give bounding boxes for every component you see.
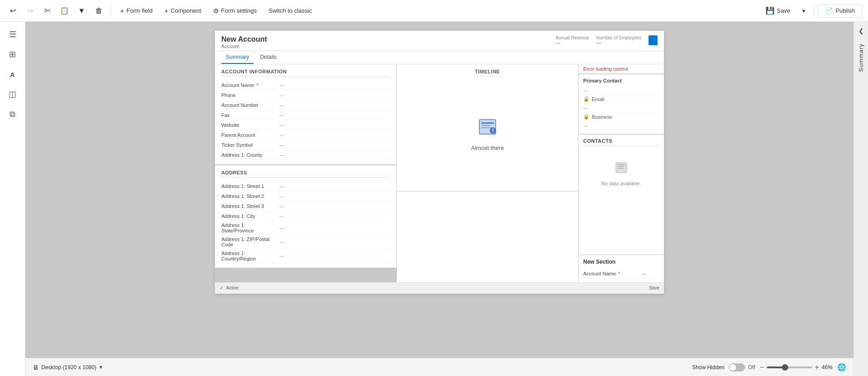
canvas-save-status: Save [649,285,659,290]
field-value-website: --- [279,122,284,128]
business-field-row: 🔒 Business [583,112,659,121]
canvas-active-label: Active [226,285,239,290]
form-settings-button[interactable]: ⚙ Form settings [209,5,262,17]
no-data-text: No data available. [601,181,641,186]
sidebar-components-icon[interactable]: ⧉ [4,105,22,123]
field-street2: Address 1: Street 2 --- [221,191,390,201]
timeline-content: Almost there [471,80,504,187]
form-field-button[interactable]: + Form field [116,4,157,17]
email-icon: 🔒 [583,96,590,102]
save-icon: 💾 [766,6,775,15]
field-street1: Address 1: Street 1 --- [221,181,390,191]
field-label-zip: Address 1: ZIP/Postal Code [221,236,276,247]
field-label-country: Address 1: Country/Region [221,251,276,261]
error-text: Error loading control [583,66,628,72]
svg-rect-1 [481,122,494,124]
switch-classic-button[interactable]: Switch to classic [264,5,316,17]
business-label: Business [592,114,612,120]
toolbar-right: 💾 Save ▼ 📄 Publish [760,4,863,18]
field-value-street3: --- [279,203,284,209]
new-section-required-star: * [618,271,620,276]
zoom-slider-thumb [782,364,788,371]
form-canvas-inner: New Account Account Annual Revenue --- N… [215,31,664,293]
field-label-street1: Address 1: Street 1 [221,183,276,189]
component-button[interactable]: + Component [160,4,206,17]
switch-classic-label: Switch to classic [268,7,312,14]
sidebar-layers-icon[interactable]: ◫ [4,85,22,103]
no-data-icon [614,160,629,178]
field-label-city: Address 1: City [221,213,276,219]
field-value-zip: --- [279,239,284,245]
field-state: Address 1: State/Province --- [221,221,390,235]
account-info-section: ACCOUNT INFORMATION Account Name * --- P… [215,64,396,164]
redo-button[interactable]: ↪ [23,4,37,18]
canvas-save-label: Save [649,285,659,290]
new-section: New Section Account Name * --- [579,255,664,282]
address-section: ADDRESS Address 1: Street 1 --- Address … [215,165,396,268]
field-label-address-county: Address 1: County [221,152,276,158]
svg-rect-10 [617,168,624,169]
field-country: Address 1: Country/Region --- [221,249,390,263]
left-column: ACCOUNT INFORMATION Account Name * --- P… [215,64,396,282]
field-label-street3: Address 1: Street 3 [221,203,276,209]
contacts-title: CONTACTS [583,138,659,146]
field-label-parent-account: Parent Account [221,132,276,138]
tab-details[interactable]: Details [255,51,281,64]
new-section-title: New Section [583,259,659,265]
copy-dropdown-button[interactable]: ▼ [74,4,89,18]
field-value-city: --- [279,213,284,219]
save-button[interactable]: 💾 Save [760,4,796,18]
publish-button[interactable]: 📄 Publish [818,4,863,18]
right-panel-close-button[interactable]: ❮ [854,22,868,40]
field-value-state: --- [279,225,284,231]
header-button-group[interactable]: ​ [649,35,658,45]
svg-rect-9 [617,166,624,167]
field-label-fax: Fax [221,112,276,118]
show-hidden-toggle[interactable]: Off [729,363,755,371]
form-body-grid: ACCOUNT INFORMATION Account Name * --- P… [215,64,664,282]
new-section-field-value: --- [641,271,646,276]
field-label-ticker-symbol: Ticker Symbol [221,142,276,148]
cut-button[interactable]: ✄ [40,4,54,18]
zoom-in-button[interactable]: + [815,363,819,371]
undo-button[interactable]: ↩ [5,4,20,18]
email-value: --- [583,105,588,111]
toggle-off-label: Off [748,364,755,371]
mid-empty-section [397,192,578,282]
main-canvas-area: New Account Account Annual Revenue --- N… [25,22,853,358]
tab-summary[interactable]: Summary [221,51,254,64]
business-icon: 🔒 [583,114,590,120]
save-label: Save [777,7,790,14]
delete-button[interactable]: 🗑 [92,4,106,18]
globe-icon[interactable]: 🌐 [837,363,846,371]
svg-rect-5 [493,129,493,131]
sidebar-dashboard-icon[interactable]: ⊞ [4,45,22,63]
desktop-selector[interactable]: 🖥 Desktop (1920 x 1080) ▼ [33,364,103,371]
email-field-row: 🔒 Email [583,95,659,104]
field-label-state: Address 1: State/Province [221,222,276,233]
primary-contact-section: Primary Contact --- 🔒 Email --- 🔒 [579,74,664,134]
monitor-icon: 🖥 [33,364,39,371]
employees-value: --- [596,40,641,45]
publish-label: Publish [835,7,855,14]
right-panel: ❮ Summary [853,22,868,376]
svg-rect-3 [481,127,492,128]
zoom-slider[interactable] [767,366,812,368]
form-canvas: New Account Account Annual Revenue --- N… [215,31,664,294]
right-panel-label[interactable]: Summary [858,43,864,72]
svg-rect-2 [481,125,490,126]
divider-2 [814,5,814,16]
timeline-section: Timeline [397,64,578,191]
toggle-track[interactable] [729,363,745,371]
copy-button[interactable]: 📋 [57,4,72,18]
zoom-out-button[interactable]: − [760,363,764,371]
business-value: --- [583,123,588,128]
field-ticker-symbol: Ticker Symbol --- [221,140,390,150]
toolbar: ↩ ↪ ✄ 📋 ▼ 🗑 + Form field + Component ⚙ F… [0,0,868,22]
field-account-number: Account Number --- [221,100,390,110]
sidebar-menu-icon[interactable]: ☰ [4,25,22,43]
form-header: New Account Account Annual Revenue --- N… [215,31,664,51]
sidebar-text-icon[interactable]: A [4,65,22,83]
desktop-dropdown-icon: ▼ [98,365,103,370]
save-dropdown-button[interactable]: ▼ [797,4,810,18]
